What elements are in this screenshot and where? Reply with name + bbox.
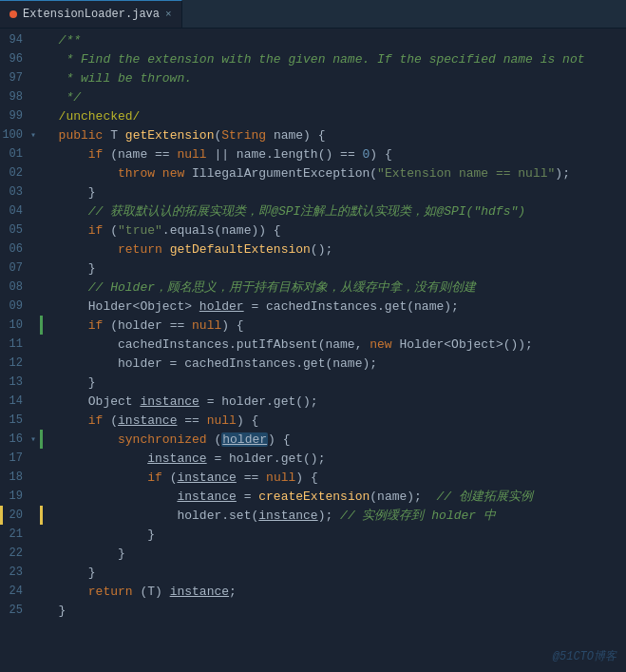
line-96: 96: [0, 49, 40, 68]
line-100: 100 ▾: [0, 125, 40, 144]
line-117: 17: [0, 449, 40, 468]
code-line-124: return (T) instance;: [44, 582, 626, 601]
code-line-94: /**: [44, 30, 626, 49]
watermark: @51CTO博客: [553, 648, 617, 664]
code-line-117: instance = holder.get();: [44, 449, 626, 468]
code-line-120: holder.set(instance); // 实例缓存到 holder 中: [44, 506, 626, 525]
line-115: 15: [0, 411, 40, 430]
line-109: 09: [0, 297, 40, 316]
code-line-111: cachedInstances.putIfAbsent(name, new Ho…: [44, 335, 626, 354]
code-line-109: Holder<Object> holder = cachedInstances.…: [44, 297, 626, 316]
file-icon: [9, 10, 17, 18]
line-104: 04: [0, 202, 40, 221]
code-line-103: }: [44, 182, 626, 202]
code-line-98: */: [44, 87, 626, 106]
code-line-121: }: [44, 525, 626, 544]
line-122: 22: [0, 544, 40, 563]
code-line-122: }: [44, 544, 626, 563]
code-line-110: if (holder == null) {: [44, 316, 626, 335]
code-line-97: * will be thrown.: [44, 68, 626, 87]
code-line-118: if (instance == null) {: [44, 468, 626, 487]
code-line-119: instance = createExtension(name); // 创建拓…: [44, 487, 626, 506]
tab-bar: ExtensionLoader.java ×: [0, 0, 626, 29]
code-line-113: }: [44, 373, 626, 392]
line-gutter: 94 96 97 98: [0, 29, 40, 622]
line-106: 06: [0, 240, 40, 259]
line-120: 20: [0, 506, 40, 525]
code-content: /** * Find the extension with the given …: [40, 29, 626, 622]
tab-close-button[interactable]: ×: [165, 9, 172, 20]
line-105: 05: [0, 221, 40, 240]
line-102: 02: [0, 163, 40, 182]
code-line-99: /unchecked/: [44, 106, 626, 125]
code-line-104: // 获取默认认的拓展实现类，即@SPI注解上的默认实现类，如@SPI("hdf…: [44, 202, 626, 221]
line-107: 07: [0, 259, 40, 278]
line-numbers: 94 96 97 98: [0, 30, 40, 620]
code-line-125: }: [44, 601, 626, 620]
code-line-106: return getDefaultExtension();: [44, 240, 626, 259]
line-108: 08: [0, 278, 40, 297]
code-line-123: }: [44, 563, 626, 582]
active-tab[interactable]: ExtensionLoader.java ×: [0, 0, 182, 28]
line-114: 14: [0, 392, 40, 411]
line-94: 94: [0, 30, 40, 49]
line-118: 18: [0, 468, 40, 487]
line-124: 24: [0, 582, 40, 601]
line-112: 12: [0, 354, 40, 373]
line-123: 23: [0, 563, 40, 582]
code-line-114: Object instance = holder.get();: [44, 392, 626, 411]
line-111: 11: [0, 335, 40, 354]
line-99: 99: [0, 106, 40, 125]
line-121: 21: [0, 525, 40, 544]
line-116: 16 ▾: [0, 430, 40, 449]
code-line-100: public T getExtension(String name) {: [44, 125, 626, 144]
tab-filename: ExtensionLoader.java: [23, 8, 160, 21]
line-97: 97: [0, 68, 40, 87]
line-98: 98: [0, 87, 40, 106]
code-line-107: }: [44, 259, 626, 278]
code-line-96: * Find the extension with the given name…: [44, 49, 626, 68]
code-line-116: synchronized (holder) {: [44, 430, 626, 449]
line-119: 19: [0, 487, 40, 506]
code-line-112: holder = cachedInstances.get(name);: [44, 354, 626, 373]
code-line-105: if ("true".equals(name)) {: [44, 221, 626, 240]
editor-area: 94 96 97 98: [0, 29, 626, 622]
line-103: 03: [0, 182, 40, 202]
code-line-108: // Holder，顾名思义，用于持有目标对象，从缓存中拿，没有则创建: [44, 278, 626, 297]
code-line-101: if (name == null || name.length() == 0) …: [44, 144, 626, 163]
line-113: 13: [0, 373, 40, 392]
code-line-115: if (instance == null) {: [44, 411, 626, 430]
code-line-102: throw new IllegalArgumentException("Exte…: [44, 163, 626, 182]
line-101: 01: [0, 144, 40, 163]
line-125: 25: [0, 601, 40, 620]
line-110: 10: [0, 316, 40, 335]
editor-window: ExtensionLoader.java × 94 96 97: [0, 0, 626, 622]
